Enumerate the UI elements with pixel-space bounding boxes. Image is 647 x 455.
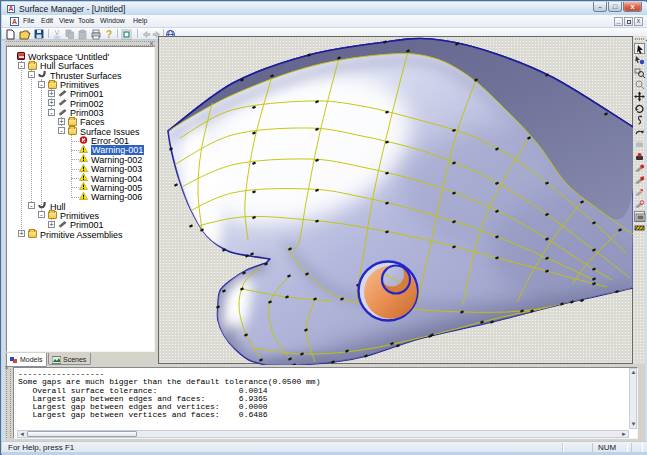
svg-text:?: ? [106, 29, 112, 40]
